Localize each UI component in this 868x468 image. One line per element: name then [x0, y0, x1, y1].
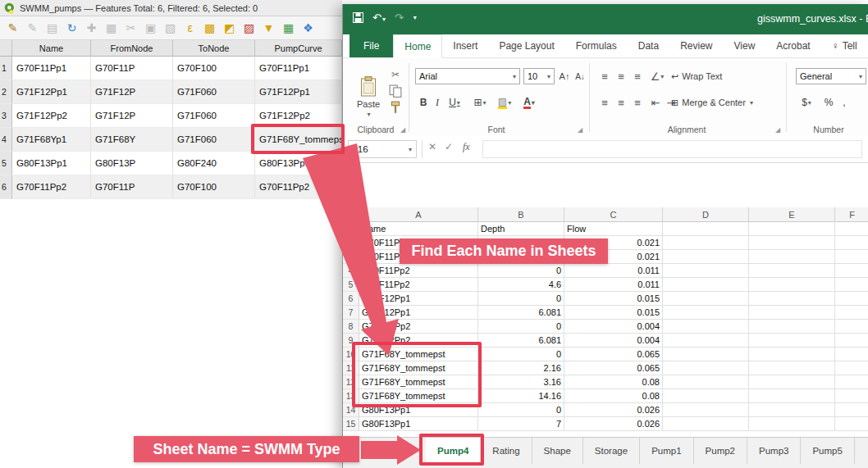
cell-tonode[interactable]: G71F060 — [173, 80, 255, 104]
cell-tonode[interactable]: G71F060 — [173, 128, 255, 152]
cell-flow[interactable]: 0.065 — [564, 348, 663, 361]
cell-tonode[interactable]: G70F100 — [173, 57, 255, 80]
cell-name[interactable]: G71F12Pp2 — [359, 334, 478, 348]
cell-empty[interactable] — [835, 236, 868, 250]
row-header[interactable]: 7 — [343, 306, 359, 320]
sheet-tab-pump1[interactable]: Pump1 — [640, 438, 693, 464]
cell-pumpcurve[interactable]: G70F11Pp1 — [255, 57, 342, 80]
sheet-tab-pump4[interactable]: Pump4 — [426, 438, 481, 464]
cell-empty[interactable] — [835, 306, 868, 320]
increase-font-button[interactable]: A↑ — [557, 68, 572, 84]
save-edits-icon[interactable]: ▤ — [43, 20, 61, 37]
cell-flow[interactable]: 0.015 — [564, 292, 663, 306]
row-header[interactable]: 8 — [343, 320, 359, 334]
customize-qat-icon[interactable]: ▾ — [413, 14, 417, 21]
cell-empty[interactable] — [835, 361, 868, 375]
column-header-tonode[interactable]: ToNode — [173, 40, 255, 57]
align-right-button[interactable]: ≡ — [630, 94, 645, 111]
sheet-tab-storage[interactable]: Storage — [583, 438, 640, 464]
save-icon[interactable] — [353, 12, 363, 23]
cell-empty[interactable] — [835, 264, 868, 278]
align-left-button[interactable]: ≡ — [597, 94, 612, 111]
toggle-editing-icon[interactable]: ✎ — [4, 20, 21, 37]
cell-flow[interactable]: 0.004 — [564, 334, 663, 348]
alignment-dialog-launcher-icon[interactable]: ◢ — [775, 126, 780, 134]
multi-edit-icon[interactable]: ✎ — [24, 20, 41, 37]
cell-depth[interactable]: 0 — [478, 320, 564, 334]
cell-empty[interactable] — [749, 375, 835, 389]
cell-fromnode[interactable]: G70F11P — [91, 57, 173, 80]
cell-name[interactable]: G71F68Y_tommepst — [359, 348, 478, 361]
cell-empty[interactable] — [663, 334, 749, 348]
qgis-corner-header[interactable] — [0, 40, 12, 57]
merge-center-button[interactable]: ⊟Merge & Center▾ — [671, 94, 753, 111]
column-header-e[interactable]: E — [749, 207, 835, 222]
tab-tell-me[interactable]: ♀Tell — [821, 34, 868, 57]
cell-name[interactable]: G70F11Pp2 — [359, 278, 478, 292]
bold-button[interactable]: B — [417, 94, 430, 111]
number-format-combo[interactable]: General ▾ — [796, 68, 866, 84]
row-number[interactable]: 6 — [0, 175, 12, 199]
cell-depth[interactable]: 0 — [478, 292, 564, 306]
column-header-b[interactable]: B — [478, 207, 564, 222]
sheet-tab-pump3[interactable]: Pump3 — [747, 438, 801, 464]
cell-name[interactable]: G71F12Pp2 — [12, 104, 91, 128]
row-number[interactable]: 4 — [0, 128, 12, 152]
row-header[interactable]: 6 — [343, 292, 359, 306]
row-header[interactable]: 10 — [343, 348, 359, 361]
column-header-pumpcurve[interactable]: PumpCurve — [255, 40, 342, 57]
cell-depth[interactable]: 6.081 — [478, 306, 564, 320]
cell-fromnode[interactable]: G70F11P — [91, 175, 173, 199]
cell-name[interactable]: G70F11Pp2 — [12, 175, 91, 199]
font-dialog-launcher-icon[interactable]: ◢ — [578, 126, 582, 134]
column-header-d[interactable]: D — [663, 207, 749, 222]
cell-empty[interactable] — [749, 306, 835, 320]
column-header-a[interactable]: A — [359, 207, 478, 222]
cell-empty[interactable] — [835, 334, 868, 348]
sheet-tab-shape[interactable]: Shape — [532, 438, 583, 464]
cell-empty[interactable] — [835, 320, 868, 334]
cell-flow[interactable]: 0.026 — [564, 417, 663, 431]
cell-flow-header[interactable]: Flow — [564, 222, 663, 236]
percent-style-button[interactable]: % — [822, 94, 835, 111]
borders-button[interactable]: ⊞▾ — [469, 94, 491, 111]
row-header[interactable]: 2 — [343, 236, 359, 250]
cell-name[interactable]: G71F12Pp1 — [12, 80, 91, 104]
cell-empty[interactable] — [663, 306, 749, 320]
decrease-font-button[interactable]: A↓ — [573, 68, 587, 84]
cell-fromnode[interactable]: G71F12P — [91, 80, 173, 104]
cell-empty[interactable] — [749, 292, 835, 306]
cell-empty[interactable] — [663, 375, 749, 389]
cell-fromnode[interactable]: G71F68Y — [91, 128, 173, 152]
row-header[interactable]: 14 — [343, 403, 359, 417]
cell-empty[interactable] — [749, 403, 835, 417]
row-header[interactable]: 3 — [343, 250, 359, 264]
invert-selection-icon[interactable]: ◩ — [221, 20, 238, 37]
cell-depth[interactable]: 2.16 — [478, 361, 564, 375]
cell-pumpcurve[interactable]: G71F12Pp1 — [255, 80, 342, 104]
cell-empty[interactable] — [663, 348, 749, 361]
cell-name[interactable]: G70F11Pp1 — [12, 57, 91, 80]
tab-formulas[interactable]: Formulas — [565, 34, 628, 57]
reload-icon[interactable]: ↻ — [63, 20, 80, 37]
cell-empty[interactable] — [835, 403, 868, 417]
row-header[interactable]: 1 — [343, 222, 359, 236]
tab-acrobat[interactable]: Acrobat — [765, 34, 820, 57]
cell-depth[interactable]: 14.16 — [478, 389, 564, 403]
cell-empty[interactable] — [835, 292, 868, 306]
cell-fromnode[interactable]: G71F12P — [91, 104, 173, 128]
redo-button[interactable]: ↷ — [395, 11, 404, 24]
cell-depth[interactable]: 7 — [478, 417, 564, 431]
sheet-tab-pump5[interactable]: Pump5 — [801, 438, 854, 464]
cell-flow[interactable]: 0.065 — [564, 361, 663, 375]
row-header[interactable]: 9 — [343, 334, 359, 348]
row-header[interactable]: 12 — [343, 375, 359, 389]
filter-icon[interactable]: ▼ — [260, 20, 277, 37]
row-number[interactable]: 5 — [0, 152, 12, 175]
name-box[interactable]: J16 ▾ — [348, 140, 417, 158]
cell-empty[interactable] — [663, 278, 749, 292]
cell-empty[interactable] — [749, 222, 835, 236]
row-number[interactable]: 3 — [0, 104, 12, 128]
cell-empty[interactable] — [663, 417, 749, 431]
sheet-tab-pump2[interactable]: Pump2 — [694, 438, 747, 464]
